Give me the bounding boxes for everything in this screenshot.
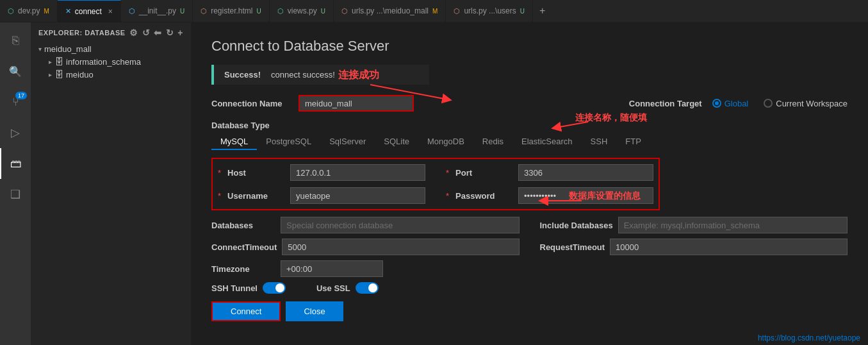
db-tab-mongodb[interactable]: MongoDB: [418, 134, 473, 150]
tree-meiduo[interactable]: ▸ 🗄 meiduo: [31, 68, 191, 81]
connection-name-row: Connection Name Connection Target Global…: [211, 95, 848, 112]
tab-urls-mall-modifier: M: [432, 8, 438, 15]
tree-meiduo-label: meiduo: [66, 70, 94, 80]
tree-arrow-meiduo: ▸: [49, 71, 52, 78]
tree-arrow-info: ▸: [49, 58, 52, 65]
radio-global[interactable]: Global: [712, 99, 749, 108]
tab-init-py-label: __init__.py: [139, 6, 176, 15]
db-meiduo-icon: 🗄: [54, 69, 63, 80]
db-tab-sqlite[interactable]: SQLite: [375, 134, 418, 150]
tab-init-py-modifier: U: [180, 8, 184, 15]
password-label: Password: [455, 191, 513, 201]
radio-workspace-circle: [764, 99, 773, 108]
close-button[interactable]: Close: [286, 301, 343, 321]
tab-connect-label: connect: [75, 7, 102, 16]
page-title: Connect to Database Server: [211, 38, 848, 55]
register-html-icon: ⬡: [201, 7, 207, 15]
sidebar-title: EXPLORER: DATABASE: [38, 29, 126, 37]
radio-workspace[interactable]: Current Workspace: [764, 99, 848, 108]
ssh-tunnel-toggle[interactable]: [263, 282, 286, 294]
db-tab-ftp[interactable]: FTP: [616, 134, 650, 150]
db-tab-ssh[interactable]: SSH: [582, 134, 617, 150]
tab-dev-py[interactable]: ⬡ dev.py M: [0, 0, 58, 22]
refresh-icon[interactable]: ↺: [142, 28, 151, 38]
tree-information-schema[interactable]: ▸ 🗄 information_schema: [31, 55, 191, 68]
password-row: * Password: [446, 187, 653, 204]
tab-bar: ⬡ dev.py M ✕ connect × ⬡ __init__.py U ⬡…: [0, 0, 868, 22]
new-tab-button[interactable]: +: [533, 5, 552, 17]
databases-row: Databases: [211, 217, 520, 233]
connect-timeout-row: ConnectTimeout: [211, 239, 520, 255]
footer-url: https://blog.csdn.net/yuetaope: [750, 331, 868, 345]
db-tab-mysql[interactable]: MySQL: [211, 134, 257, 150]
sidebar-item-database[interactable]: 🗃: [0, 148, 31, 179]
tree-root-item[interactable]: ▾ meiduo_mall: [31, 43, 191, 55]
port-row: * Port: [446, 164, 653, 181]
connection-name-input[interactable]: [299, 95, 414, 112]
databases-input[interactable]: [281, 217, 520, 233]
password-input[interactable]: [518, 187, 653, 204]
db-tab-sqlserver[interactable]: SqlServer: [320, 134, 375, 150]
sidebar-item-files[interactable]: ⎘: [0, 25, 31, 56]
tab-register-html[interactable]: ⬡ register.html U: [193, 0, 270, 22]
sidebar: EXPLORER: DATABASE ⚙ ↺ ⬅ ↻ + ▾ meiduo_ma…: [31, 22, 191, 345]
dev-py-icon: ⬡: [8, 7, 14, 15]
toggle-row: SSH Tunnel Use SSL: [211, 282, 848, 294]
settings-icon[interactable]: ⚙: [129, 28, 138, 38]
success-message: connect success!: [271, 70, 335, 80]
source-control-badge: 17: [15, 92, 27, 99]
back-icon[interactable]: ⬅: [154, 28, 162, 38]
tab-views-py[interactable]: ⬡ views.py U: [270, 0, 334, 22]
connection-target-label: Connection Target: [629, 99, 702, 108]
db-tab-redis[interactable]: Redis: [473, 134, 512, 150]
db-tab-elasticsearch[interactable]: ElasticSearch: [512, 134, 581, 150]
db-info-icon: 🗄: [54, 56, 63, 67]
activity-bar: ⎘ 🔍 ⑂ 17 ▷ 🗃 ❑: [0, 22, 31, 345]
connect-button[interactable]: Connect: [211, 301, 281, 321]
use-ssl-group: Use SSL: [316, 282, 379, 294]
request-timeout-input[interactable]: [610, 239, 848, 255]
field-grid: * Host * Port * Username * Password: [211, 158, 660, 210]
tab-urls-py-mall[interactable]: ⬡ urls.py ...\meiduo_mall M: [334, 0, 446, 22]
connect-timeout-label: ConnectTimeout: [211, 242, 277, 252]
connect-timeout-input[interactable]: [282, 239, 519, 255]
include-databases-input[interactable]: [618, 217, 848, 233]
use-ssl-toggle[interactable]: [356, 282, 379, 294]
host-required: *: [218, 168, 221, 178]
port-label: Port: [455, 168, 513, 178]
sidebar-item-search[interactable]: 🔍: [0, 56, 31, 87]
ssh-tunnel-knob: [275, 283, 284, 292]
db-tab-postgresql[interactable]: PostgreSQL: [257, 134, 320, 150]
views-py-icon: ⬡: [277, 7, 284, 15]
password-required: *: [446, 191, 449, 201]
sidebar-item-run[interactable]: ▷: [0, 117, 31, 148]
host-input[interactable]: [290, 164, 425, 181]
username-input[interactable]: [290, 187, 425, 204]
port-input[interactable]: [518, 164, 653, 181]
layers-icon: ❑: [10, 187, 20, 201]
tab-connect-close[interactable]: ×: [108, 7, 113, 16]
tab-views-py-modifier: U: [321, 8, 325, 15]
host-row: * Host: [218, 164, 425, 181]
tab-init-py[interactable]: ⬡ __init__.py U: [121, 0, 193, 22]
database-icon: 🗃: [10, 157, 22, 171]
main-layout: ⎘ 🔍 ⑂ 17 ▷ 🗃 ❑ EXPLORER: DATABASE ⚙ ↺ ⬅ …: [0, 22, 868, 345]
include-databases-row: Include Databases: [540, 217, 848, 233]
sidebar-item-layers[interactable]: ❑: [0, 179, 31, 210]
radio-global-label: Global: [725, 99, 749, 108]
forward-icon[interactable]: ↻: [166, 28, 174, 38]
search-icon: 🔍: [9, 65, 22, 78]
sidebar-item-source-control[interactable]: ⑂ 17: [0, 87, 31, 117]
tab-urls-py-users-label: urls.py ...\users: [464, 6, 516, 15]
tab-urls-py-users[interactable]: ⬡ urls.py ...\users U: [446, 0, 533, 22]
use-ssl-knob: [368, 283, 377, 292]
timezone-label: Timezone: [211, 264, 275, 274]
timezone-input[interactable]: [281, 260, 383, 277]
request-timeout-row: RequestTimeout: [540, 239, 848, 255]
tab-register-html-label: register.html: [211, 6, 252, 15]
tab-connect[interactable]: ✕ connect ×: [58, 0, 121, 22]
add-connection-icon[interactable]: +: [177, 28, 183, 38]
sidebar-header: EXPLORER: DATABASE ⚙ ↺ ⬅ ↻ +: [31, 22, 191, 43]
footer-url-text: https://blog.csdn.net/yuetaope: [758, 333, 860, 342]
port-required: *: [446, 168, 449, 178]
